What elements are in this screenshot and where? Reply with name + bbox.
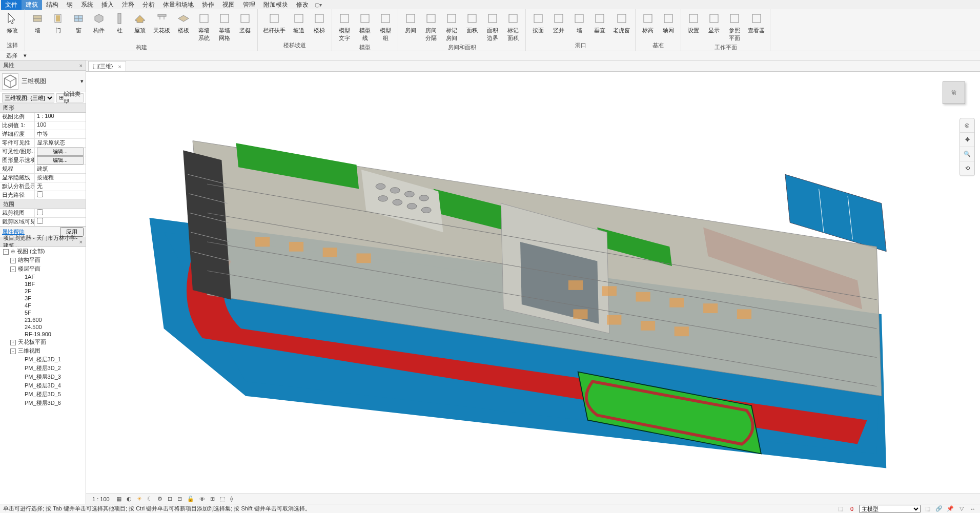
ribbon-area-button[interactable]: 面积 [462, 10, 482, 43]
properties-close-icon[interactable]: × [79, 63, 83, 69]
ribbon-line-button[interactable]: 模型线 [355, 10, 375, 43]
sun-path-icon[interactable]: ☀ [134, 496, 145, 502]
ribbon-vertical-button[interactable]: 垂直 [589, 10, 610, 41]
model-selector[interactable]: 主模型 [859, 505, 921, 513]
nav-pan-icon[interactable]: ✥ [960, 133, 974, 147]
menu-massing[interactable]: 体量和场地 [159, 0, 198, 10]
tree-leaf[interactable]: 24.500 [0, 323, 86, 331]
ribbon-area-bound-button[interactable]: 面积边界 [482, 10, 503, 43]
ribbon-floor-button[interactable]: 楼板 [173, 10, 194, 43]
prop-value[interactable] [35, 209, 86, 217]
reveal-icon[interactable]: ⊞ [208, 496, 217, 502]
ribbon-curtain-grid-button[interactable]: 幕墙网格 [214, 10, 235, 43]
temp-hide-icon[interactable]: 👁 [197, 496, 208, 502]
menu-manage[interactable]: 管理 [239, 0, 259, 10]
browser-close-icon[interactable]: × [79, 239, 83, 245]
ribbon-tag-area-button[interactable]: 标记面积 [503, 10, 523, 43]
ribbon-viewer-button[interactable]: 查看器 [745, 10, 768, 43]
subbar-arrow-icon[interactable]: ▾ [21, 52, 30, 59]
ribbon-ceiling-button[interactable]: 天花板 [150, 10, 173, 43]
ribbon-group-button[interactable]: 模型组 [375, 10, 396, 43]
status-select-icon[interactable]: ⬚ [924, 505, 932, 513]
ribbon-stair-button[interactable]: 楼梯 [309, 10, 330, 41]
menu-annotate[interactable]: 注释 [118, 0, 138, 10]
model-3d-view[interactable] [101, 97, 939, 473]
prop-edit-button[interactable]: 编辑... [37, 148, 84, 156]
ribbon-railing-button[interactable]: 栏杆扶手 [260, 10, 289, 41]
viewport-3d[interactable]: 前 ◎ ✥ 🔍 ⟲ [86, 72, 980, 494]
prop-value[interactable]: 1 : 100 [35, 113, 86, 121]
status-link-icon[interactable]: 🔗 [935, 505, 943, 513]
prop-value[interactable]: 显示原状态 [35, 139, 86, 147]
prop-value[interactable] [35, 191, 86, 199]
tree-node[interactable]: -三维视图 [0, 346, 86, 355]
ribbon-room-button[interactable]: 房间 [400, 10, 421, 43]
nav-orbit-icon[interactable]: ⟲ [960, 161, 974, 176]
tree-toggle-icon[interactable]: - [10, 266, 16, 272]
tree-node[interactable]: +天花板平面 [0, 338, 86, 346]
prop-value[interactable]: 编辑... [35, 156, 86, 165]
nav-wheel-icon[interactable]: ◎ [960, 118, 974, 133]
tree-node[interactable]: -楼层平面 [0, 264, 86, 273]
unlock-icon[interactable]: 🔓 [185, 496, 197, 502]
status-pin-icon[interactable]: 📌 [946, 505, 954, 513]
ribbon-set-button[interactable]: 设置 [683, 10, 704, 43]
ribbon-window-button[interactable]: 窗 [68, 10, 89, 43]
tree-leaf[interactable]: 3F [0, 295, 86, 302]
tree-leaf[interactable]: PM_楼层3D_6 [0, 399, 86, 407]
ribbon-show-button[interactable]: 显示 [704, 10, 724, 43]
ribbon-component-button[interactable]: 构件 [89, 10, 109, 43]
ribbon-curtain-sys-button[interactable]: 幕墙系统 [194, 10, 214, 43]
menu-overflow-icon[interactable]: ▢▾ [315, 2, 322, 8]
menu-addins[interactable]: 附加模块 [259, 0, 292, 10]
prop-value[interactable]: 无 [35, 182, 86, 191]
menu-modify[interactable]: 修改 [292, 0, 313, 10]
view-scale[interactable]: 1 : 100 [88, 496, 114, 502]
ribbon-tag-room-button[interactable]: 标记房间 [441, 10, 462, 43]
prop-value[interactable]: 100 [35, 121, 86, 130]
status-worksets-icon[interactable]: ⬚ [836, 505, 845, 513]
menu-architecture[interactable]: 建筑 [22, 0, 42, 10]
tree-toggle-icon[interactable]: - [10, 348, 16, 354]
shadows-icon[interactable]: ☾ [145, 496, 155, 502]
tree-leaf[interactable]: 1BF [0, 280, 86, 288]
ribbon-shaft-button[interactable]: 竖井 [548, 10, 569, 41]
crop-icon[interactable]: ⊡ [165, 496, 175, 502]
ribbon-level-button[interactable]: 标高 [638, 10, 658, 41]
menu-systems[interactable]: 系统 [77, 0, 97, 10]
view-tab-3d[interactable]: ⬚ {三维} × [88, 61, 126, 71]
prop-value[interactable]: 编辑... [35, 148, 86, 156]
ribbon-by-face-button[interactable]: 按面 [528, 10, 548, 41]
ribbon-wall-open-button[interactable]: 墙 [569, 10, 589, 41]
prop-value[interactable]: 建筑 [35, 165, 86, 173]
worksets-icon[interactable]: ⬚ [217, 496, 228, 502]
tree-node[interactable]: +结构平面 [0, 256, 86, 264]
ribbon-column-button[interactable]: 柱 [109, 10, 130, 43]
analytical-icon[interactable]: ⟠ [228, 496, 235, 502]
menu-structure[interactable]: 结构 [42, 0, 63, 10]
prop-value[interactable]: 按规程 [35, 174, 86, 182]
prop-edit-button[interactable]: 编辑... [37, 156, 84, 165]
instance-select[interactable]: 三维视图: {三维} [2, 93, 54, 102]
ribbon-cursor-button[interactable]: 修改 [2, 10, 23, 41]
prop-section-graphics[interactable]: 图形 [0, 104, 86, 113]
tree-leaf[interactable]: PM_楼层3D_2 [0, 364, 86, 373]
tree-toggle-icon[interactable]: - [3, 249, 9, 255]
menu-steel[interactable]: 钢 [63, 0, 77, 10]
status-drag-icon[interactable]: ↔ [969, 505, 977, 513]
tree-leaf[interactable]: 21.600 [0, 316, 86, 323]
tab-close-icon[interactable]: × [118, 64, 121, 70]
type-dropdown-icon[interactable]: ▾ [80, 78, 84, 85]
menu-view[interactable]: 视图 [218, 0, 239, 10]
menu-collaborate[interactable]: 协作 [198, 0, 218, 10]
tree-leaf[interactable]: RF-19.900 [0, 331, 86, 338]
edit-type-button[interactable]: ⊞ 编辑类型 [56, 93, 84, 102]
tree-leaf[interactable]: PM_楼层3D_4 [0, 381, 86, 390]
tree-root[interactable]: -⊙ 视图 (全部) [0, 247, 86, 256]
prop-value[interactable] [35, 218, 86, 226]
prop-checkbox[interactable] [37, 209, 43, 215]
tree-leaf[interactable]: 1AF [0, 273, 86, 280]
ribbon-door-button[interactable]: 门 [48, 10, 68, 43]
tree-leaf[interactable]: PM_楼层3D_3 [0, 373, 86, 381]
tree-leaf[interactable]: PM_楼层3D_1 [0, 355, 86, 364]
